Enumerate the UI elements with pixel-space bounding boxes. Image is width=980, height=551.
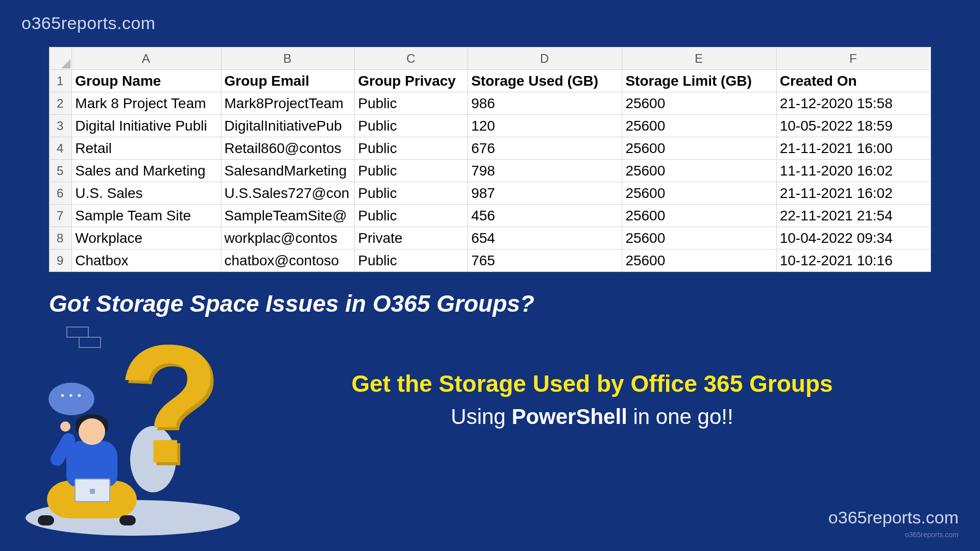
row-number[interactable]: 4: [50, 137, 72, 160]
column-header-row: A B C D E F: [50, 47, 931, 70]
cell[interactable]: Chatbox: [72, 249, 221, 272]
cell[interactable]: 25600: [622, 205, 776, 227]
cell[interactable]: 987: [468, 182, 622, 205]
cell[interactable]: Retail: [72, 137, 221, 160]
table-row: 8 Workplace workplac@contos Private 654 …: [50, 227, 931, 249]
select-all-corner[interactable]: [50, 47, 72, 70]
subhead-line1: Get the Storage Used by Office 365 Group…: [286, 370, 898, 397]
row-number[interactable]: 2: [50, 92, 72, 115]
header-cell[interactable]: Created On: [776, 70, 930, 92]
table-row: 2 Mark 8 Project Team Mark8ProjectTeam P…: [50, 92, 931, 115]
cell[interactable]: 10-04-2022 09:34: [776, 227, 930, 249]
laptop-icon: [75, 479, 110, 502]
cell[interactable]: Retail860@contos: [221, 137, 355, 160]
col-header-B[interactable]: B: [221, 47, 355, 70]
brand-top: o365reports.com: [21, 13, 156, 33]
header-cell[interactable]: Group Privacy: [355, 70, 468, 92]
row-number[interactable]: 7: [50, 205, 72, 227]
subhead-block: Get the Storage Used by Office 365 Group…: [286, 370, 898, 429]
cell[interactable]: Public: [355, 205, 468, 227]
cell[interactable]: 10-12-2021 10:16: [776, 249, 930, 272]
table-header-row: 1 Group Name Group Email Group Privacy S…: [50, 70, 931, 92]
cell[interactable]: 25600: [622, 137, 776, 160]
table-row: 7 Sample Team Site SampleTeamSite@ Publi…: [50, 205, 931, 227]
cell[interactable]: 25600: [622, 92, 776, 115]
cell[interactable]: 21-11-2021 16:02: [776, 182, 930, 205]
decor-boxes-icon: [66, 327, 109, 340]
table-row: 4 Retail Retail860@contos Public 676 256…: [50, 137, 931, 160]
col-header-F[interactable]: F: [776, 47, 930, 70]
spreadsheet-table: A B C D E F 1 Group Name Group Email Gro…: [49, 47, 931, 272]
cell[interactable]: 25600: [622, 115, 776, 137]
cell[interactable]: 21-12-2020 15:58: [776, 92, 930, 115]
cell[interactable]: Public: [355, 160, 468, 182]
thought-bubble-icon: [48, 383, 94, 415]
cell[interactable]: 22-11-2021 21:54: [776, 205, 930, 227]
cell[interactable]: Public: [355, 182, 468, 205]
header-cell[interactable]: Group Name: [72, 70, 221, 92]
cell[interactable]: Public: [355, 137, 468, 160]
cell[interactable]: Public: [355, 92, 468, 115]
cell[interactable]: 986: [468, 92, 622, 115]
cell[interactable]: 10-05-2022 18:59: [776, 115, 930, 137]
row-number[interactable]: 9: [50, 249, 72, 272]
table-row: 5 Sales and Marketing SalesandMarketing …: [50, 160, 931, 182]
subhead-line2: Using PowerShell in one go!!: [286, 405, 898, 429]
cell[interactable]: Digital Initiative Publi: [72, 115, 221, 137]
cell[interactable]: Workplace: [72, 227, 221, 249]
col-header-A[interactable]: A: [72, 47, 221, 70]
cell[interactable]: SampleTeamSite@: [221, 205, 355, 227]
table-row: 3 Digital Initiative Publi DigitalInitia…: [50, 115, 931, 137]
row-number[interactable]: 3: [50, 115, 72, 137]
header-cell[interactable]: Storage Used (GB): [468, 70, 622, 92]
brand-bottom: o365reports.com: [828, 508, 959, 528]
cell[interactable]: Sales and Marketing: [72, 160, 221, 182]
cell[interactable]: 676: [468, 137, 622, 160]
cell[interactable]: 765: [468, 249, 622, 272]
cell[interactable]: Sample Team Site: [72, 205, 221, 227]
cell[interactable]: 798: [468, 160, 622, 182]
cell[interactable]: U.S. Sales: [72, 182, 221, 205]
cell[interactable]: chatbox@contoso: [221, 249, 355, 272]
cell[interactable]: 25600: [622, 182, 776, 205]
cell[interactable]: Public: [355, 249, 468, 272]
cell[interactable]: 25600: [622, 227, 776, 249]
cell[interactable]: Mark8ProjectTeam: [221, 92, 355, 115]
row-number[interactable]: 5: [50, 160, 72, 182]
col-header-D[interactable]: D: [468, 47, 622, 70]
header-cell[interactable]: Storage Limit (GB): [622, 70, 776, 92]
row-number[interactable]: 6: [50, 182, 72, 205]
cell[interactable]: Mark 8 Project Team: [72, 92, 221, 115]
cell[interactable]: U.S.Sales727@con: [221, 182, 355, 205]
subhead-line2-post: in one go!!: [627, 405, 733, 429]
row-number[interactable]: 8: [50, 227, 72, 249]
cell[interactable]: 25600: [622, 160, 776, 182]
table-row: 6 U.S. Sales U.S.Sales727@con Public 987…: [50, 182, 931, 205]
table-row: 9 Chatbox chatbox@contoso Public 765 256…: [50, 249, 931, 272]
cell[interactable]: DigitalInitiativePub: [221, 115, 355, 137]
subhead-line2-bold: PowerShell: [511, 405, 627, 429]
col-header-C[interactable]: C: [355, 47, 468, 70]
illustration: ?: [15, 316, 265, 541]
cell[interactable]: 21-11-2021 16:00: [776, 137, 930, 160]
cell[interactable]: 654: [468, 227, 622, 249]
header-cell[interactable]: Group Email: [221, 70, 355, 92]
cell[interactable]: Public: [355, 115, 468, 137]
cell[interactable]: 120: [468, 115, 622, 137]
cell[interactable]: 11-11-2020 16:02: [776, 160, 930, 182]
row-number[interactable]: 1: [50, 70, 72, 92]
cell[interactable]: 456: [468, 205, 622, 227]
person-icon: [36, 418, 138, 531]
promo-canvas: o365reports.com A B C D E F 1 Group Name…: [0, 0, 980, 551]
cell[interactable]: SalesandMarketing: [221, 160, 355, 182]
brand-tiny: o365reports.com: [905, 531, 959, 539]
col-header-E[interactable]: E: [622, 47, 776, 70]
subhead-line2-pre: Using: [451, 405, 511, 429]
cell[interactable]: 25600: [622, 249, 776, 272]
cell[interactable]: Private: [355, 227, 468, 249]
cell[interactable]: workplac@contos: [221, 227, 355, 249]
